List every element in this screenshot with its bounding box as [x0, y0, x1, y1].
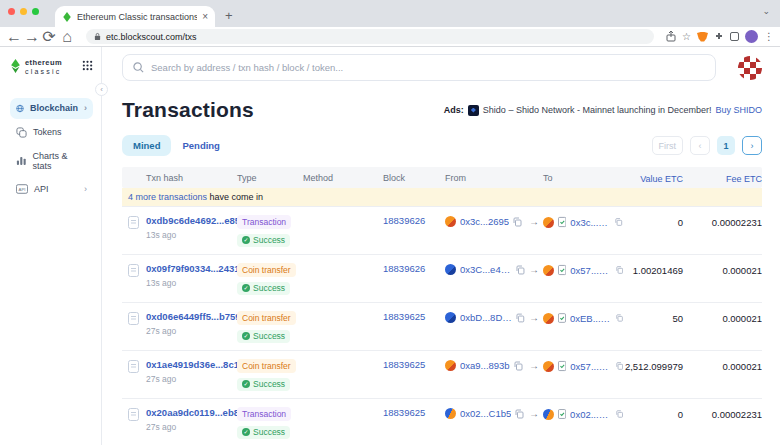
- transaction-doc-icon: [128, 408, 139, 421]
- sidebar-item-blockchain[interactable]: Blockchain ›: [10, 98, 93, 119]
- tab-pending[interactable]: Pending: [171, 135, 230, 156]
- forward-icon[interactable]: →: [24, 28, 38, 46]
- sidebar-item-charts-stats[interactable]: Charts & stats: [10, 146, 93, 176]
- ad-link[interactable]: Buy SHIDO: [715, 105, 762, 115]
- maximize-window-button[interactable]: [32, 8, 39, 15]
- address-bar[interactable]: etc.blockscout.com/txs: [86, 29, 654, 44]
- block-link[interactable]: 18839626: [383, 263, 425, 274]
- transactions-table-body: 0xdb9c6de4692...e856 13s ago Transaction…: [122, 207, 762, 445]
- from-avatar: [445, 216, 456, 227]
- col-fee-etc[interactable]: Fee ETC: [683, 172, 762, 184]
- browser-tab[interactable]: Ethereum Classic transactions ×: [55, 6, 215, 27]
- fee-etc: 0.00002231: [683, 215, 762, 228]
- txn-hash-link[interactable]: 0x1ae4919d36e...8c19: [146, 359, 237, 370]
- bookmark-star-icon[interactable]: ☆: [682, 31, 691, 42]
- sidebar-item-api[interactable]: API API ›: [10, 179, 93, 199]
- notice-text: have come in: [207, 192, 263, 202]
- apps-grid-icon[interactable]: [82, 60, 93, 71]
- user-identicon[interactable]: [738, 56, 762, 80]
- copy-icon[interactable]: [616, 313, 623, 323]
- copy-icon[interactable]: [513, 217, 522, 227]
- verified-contract-icon: [558, 408, 566, 420]
- txn-hash-link[interactable]: 0xdb9c6de4692...e856: [146, 215, 237, 226]
- copy-icon[interactable]: [516, 313, 525, 323]
- close-window-button[interactable]: [8, 8, 15, 15]
- col-value-etc[interactable]: Value ETC: [623, 172, 683, 184]
- new-transactions-link[interactable]: 4 more transactions: [128, 192, 207, 202]
- pagination-next-button[interactable]: ›: [742, 136, 762, 155]
- ad-banner: Ads: Shido – Shido Network - Mainnet lau…: [444, 105, 762, 116]
- from-address-link[interactable]: 0x3C...e4A9: [460, 264, 512, 275]
- blockscout-app: ethereum classic Blockchain › Tokens Cha…: [0, 47, 780, 445]
- txn-hash-link[interactable]: 0x09f79f90334...2431: [146, 263, 237, 274]
- reload-icon[interactable]: ⟳: [42, 27, 56, 46]
- txn-age: 13s ago: [146, 230, 237, 240]
- to-avatar: [543, 313, 554, 324]
- to-address-link[interactable]: 0x02...C1b5: [570, 409, 612, 420]
- block-link[interactable]: 18839625: [383, 359, 425, 370]
- pagination-first-button[interactable]: First: [652, 136, 684, 155]
- home-icon[interactable]: ⌂: [60, 28, 74, 46]
- side-panel-icon[interactable]: [730, 32, 739, 41]
- copy-icon[interactable]: [616, 409, 623, 419]
- pagination-prev-button[interactable]: ‹: [690, 136, 710, 155]
- extensions-puzzle-icon[interactable]: [714, 32, 724, 42]
- close-tab-icon[interactable]: ×: [202, 12, 208, 22]
- table-row: 0xdb9c6de4692...e856 13s ago Transaction…: [122, 207, 762, 255]
- profile-avatar[interactable]: [745, 30, 758, 43]
- value-etc: 2,512.099979: [623, 359, 683, 372]
- tab-title: Ethereum Classic transactions: [77, 12, 197, 22]
- txn-age: 13s ago: [146, 278, 237, 288]
- tab-mined[interactable]: Mined: [122, 135, 171, 156]
- logo[interactable]: ethereum classic: [10, 59, 93, 76]
- tab-list-chevron-icon[interactable]: ⌄: [762, 6, 770, 16]
- minimize-window-button[interactable]: [20, 8, 27, 15]
- to-address-link[interactable]: 0x3c...2695: [570, 217, 611, 228]
- sidebar-collapse-button[interactable]: ‹: [95, 83, 108, 96]
- copy-icon[interactable]: [515, 409, 524, 419]
- share-icon[interactable]: [666, 31, 676, 42]
- fee-etc: 0.000021: [683, 263, 762, 276]
- ads-label: Ads:: [444, 105, 464, 115]
- txn-hash-link[interactable]: 0xd06e6449ff5...b759: [146, 311, 237, 322]
- table-row: 0x20aa9dc0119...eb87 27s ago Transaction…: [122, 399, 762, 445]
- value-etc: 1.00201469: [623, 263, 683, 276]
- copy-icon[interactable]: [616, 265, 623, 275]
- padlock-icon: [94, 32, 101, 41]
- search-bar[interactable]: [122, 54, 716, 81]
- new-tab-button[interactable]: +: [225, 8, 233, 23]
- chevron-right-icon: ›: [84, 103, 87, 113]
- to-address-link[interactable]: 0xEB...6e7E: [570, 313, 612, 324]
- browser-toolbar: ← → ⟳ ⌂ etc.blockscout.com/txs ☆ ⋮: [0, 27, 780, 46]
- from-address-link[interactable]: 0xa9...893b: [460, 360, 510, 371]
- from-address-link[interactable]: 0x3c...2695: [460, 216, 509, 227]
- value-etc: 0: [623, 215, 683, 228]
- search-input[interactable]: [151, 62, 705, 73]
- chart-bars-icon: [16, 155, 27, 166]
- col-method: Method: [303, 173, 383, 183]
- etc-favicon: [62, 12, 72, 22]
- arrow-right-icon: →: [525, 407, 543, 419]
- back-icon[interactable]: ←: [6, 28, 20, 46]
- col-to: To: [543, 173, 623, 183]
- block-link[interactable]: 18839625: [383, 311, 425, 322]
- table-row: 0xd06e6449ff5...b759 27s ago Coin transf…: [122, 303, 762, 351]
- window-controls[interactable]: [8, 8, 39, 15]
- browser-menu-icon[interactable]: ⋮: [764, 31, 774, 42]
- txn-age: 27s ago: [146, 422, 237, 432]
- block-link[interactable]: 18839626: [383, 215, 425, 226]
- copy-icon[interactable]: [514, 361, 523, 371]
- from-address-link[interactable]: 0x02...C1b5: [460, 408, 511, 419]
- block-link[interactable]: 18839625: [383, 407, 425, 418]
- copy-icon[interactable]: [615, 217, 623, 227]
- copy-icon[interactable]: [616, 361, 623, 371]
- metamask-icon[interactable]: [697, 32, 708, 42]
- txn-hash-link[interactable]: 0x20aa9dc0119...eb87: [146, 407, 237, 418]
- from-address-link[interactable]: 0xbD...8DbE: [460, 312, 512, 323]
- to-address-link[interactable]: 0x57...6b21: [570, 361, 611, 372]
- page-title: Transactions: [122, 98, 254, 122]
- sidebar-item-tokens[interactable]: Tokens: [10, 122, 93, 143]
- to-avatar: [543, 409, 554, 420]
- to-address-link[interactable]: 0x57...6b21: [570, 265, 611, 276]
- copy-icon[interactable]: [516, 265, 525, 275]
